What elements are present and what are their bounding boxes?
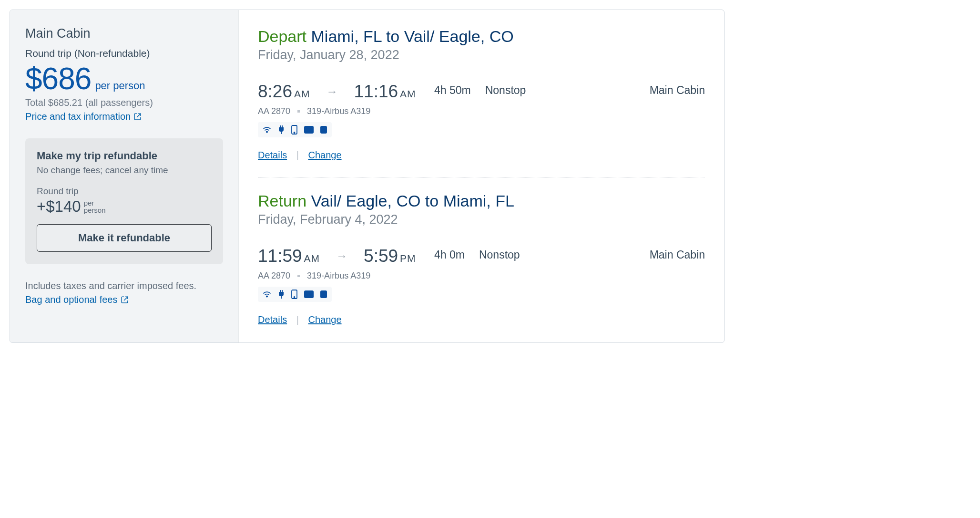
bag-fees-link-text: Bag and optional fees [25, 294, 118, 305]
total-label: Total $685.21 (all passengers) [25, 97, 223, 108]
depart-cabin: Main Cabin [650, 84, 705, 97]
cabin-title: Main Cabin [25, 26, 223, 41]
external-link-icon [133, 113, 142, 121]
depart-dep-meridiem: AM [294, 88, 310, 100]
price-tax-link[interactable]: Price and tax information [25, 111, 142, 122]
price-tax-link-text: Price and tax information [25, 111, 131, 122]
return-dep-time: 11:59 [258, 246, 302, 266]
svg-point-0 [266, 131, 268, 133]
power-icon [278, 125, 285, 134]
price-row: $686 per person [25, 61, 223, 96]
svg-rect-7 [282, 290, 283, 292]
return-amenities: TV ♫ [258, 287, 332, 302]
return-times: 11:59 AM → 5:59 PM [258, 246, 420, 266]
svg-point-5 [266, 296, 268, 297]
depart-route: Miami, FL to Vail/ Eagle, CO [306, 27, 514, 45]
wifi-icon [263, 291, 271, 298]
return-details-link[interactable]: Details [258, 314, 287, 325]
power-icon [278, 290, 285, 299]
depart-aircraft: 319-Airbus A319 [307, 106, 370, 116]
refundable-title: Make my trip refundable [37, 150, 212, 162]
trip-type-label: Round trip (Non-refundable) [25, 48, 223, 59]
depart-header: Depart Miami, FL to Vail/ Eagle, CO [258, 27, 705, 46]
refundable-rt-label: Round trip [37, 186, 212, 197]
refundable-per-stack: per person [84, 199, 106, 214]
per-person-label: per person [95, 80, 145, 92]
depart-arr-time: 11:16 [354, 82, 398, 102]
trip-summary-card: Main Cabin Round trip (Non-refundable) $… [10, 10, 725, 343]
return-flight-number: AA 2870 [258, 271, 290, 280]
return-arr-meridiem: PM [400, 253, 416, 264]
tv-icon: TV [304, 126, 314, 134]
return-flight-info: AA 2870 319-Airbus A319 [258, 271, 705, 281]
return-stops: Nonstop [479, 249, 520, 261]
music-icon: ♫ [320, 290, 327, 298]
depart-change-link[interactable]: Change [308, 150, 341, 160]
refundable-subtitle: No change fees; cancel any time [37, 165, 212, 176]
wifi-icon [263, 126, 271, 133]
return-actions: Details | Change [258, 314, 705, 325]
separator: | [296, 150, 299, 160]
svg-rect-6 [280, 290, 281, 292]
return-dep-meridiem: AM [304, 253, 320, 264]
svg-rect-1 [280, 125, 281, 127]
refundable-upsell-box: Make my trip refundable No change fees; … [25, 138, 223, 264]
depart-flight-info: AA 2870 319-Airbus A319 [258, 106, 705, 116]
separator: | [296, 314, 299, 325]
return-duration: 4h 0m [434, 249, 465, 261]
depart-dep-time: 8:26 [258, 82, 292, 102]
tv-icon: TV [304, 290, 314, 298]
depart-amenities: TV ♫ [258, 122, 332, 137]
depart-stops: Nonstop [485, 84, 526, 97]
arrow-icon: → [331, 249, 352, 263]
return-route: Vail/ Eagle, CO to Miami, FL [306, 192, 514, 210]
per-label-1: per [84, 199, 106, 207]
return-leg: Return Vail/ Eagle, CO to Miami, FL Frid… [258, 192, 705, 325]
itinerary-main: Depart Miami, FL to Vail/ Eagle, CO Frid… [239, 10, 724, 342]
depart-flight-number: AA 2870 [258, 106, 290, 116]
refundable-price: +$140 [37, 197, 81, 216]
refundable-price-row: +$140 per person [37, 197, 212, 216]
return-date: Friday, February 4, 2022 [258, 212, 705, 227]
depart-duration: 4h 50m [434, 84, 471, 97]
depart-times: 8:26 AM → 11:16 AM [258, 82, 420, 102]
return-aircraft: 319-Airbus A319 [307, 271, 370, 280]
depart-date: Friday, January 28, 2022 [258, 48, 705, 62]
per-label-2: person [84, 207, 106, 214]
depart-arr-meridiem: AM [400, 88, 416, 100]
return-tag: Return [258, 192, 306, 210]
price-amount: $686 [25, 61, 91, 96]
includes-taxes-label: Includes taxes and carrier imposed fees. [25, 280, 223, 291]
svg-rect-2 [282, 125, 283, 127]
device-icon [291, 290, 297, 299]
price-sidebar: Main Cabin Round trip (Non-refundable) $… [10, 10, 239, 342]
leg-divider [258, 177, 705, 177]
svg-point-4 [294, 132, 295, 133]
return-header: Return Vail/ Eagle, CO to Miami, FL [258, 192, 705, 210]
make-refundable-button[interactable]: Make it refundable [37, 224, 212, 252]
depart-leg: Depart Miami, FL to Vail/ Eagle, CO Frid… [258, 27, 705, 161]
depart-tag: Depart [258, 27, 306, 45]
separator-dot [297, 110, 300, 113]
depart-details-link[interactable]: Details [258, 150, 287, 160]
bag-fees-link[interactable]: Bag and optional fees [25, 294, 129, 305]
svg-point-9 [294, 297, 295, 298]
return-change-link[interactable]: Change [308, 314, 341, 325]
external-link-icon [121, 296, 129, 304]
separator-dot [297, 275, 300, 277]
device-icon [291, 125, 297, 135]
depart-actions: Details | Change [258, 150, 705, 161]
arrow-icon: → [322, 85, 343, 98]
return-cabin: Main Cabin [650, 249, 705, 261]
return-arr-time: 5:59 [364, 246, 398, 266]
music-icon: ♫ [320, 126, 327, 134]
